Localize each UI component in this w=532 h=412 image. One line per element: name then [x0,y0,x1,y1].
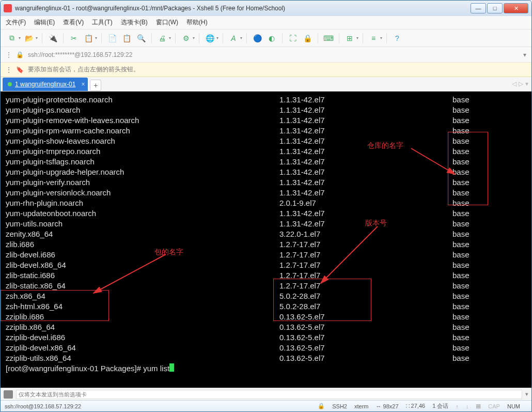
status-pos: 27,46 [411,403,426,409]
package-row: yum-updateonboot.noarch1.1.31-42.el7base [6,208,526,219]
send-input[interactable] [16,390,522,399]
package-name: zlib-static.i686 [6,270,279,281]
menu-tabs[interactable]: 选项卡(B) [121,18,148,27]
menu-tools[interactable]: 工具(T) [92,18,112,27]
keyboard-icon[interactable]: ⌨ [322,32,335,44]
package-version: 0.13.62-5.el7 [279,322,452,332]
address-url[interactable]: ssh://root:********@192.168.57.129:22 [28,51,519,58]
address-bar: ⋮ 🔒 ssh://root:********@192.168.57.129:2… [1,47,531,63]
minimize-button[interactable]: — [471,3,486,13]
package-name: zlib-devel.i686 [6,250,279,260]
cursor-icon: ⸬ [406,403,411,409]
package-version: 1.1.31-42.el7 [279,157,452,167]
menu-view[interactable]: 查看(V) [63,18,84,27]
package-name: zsh-html.x86_64 [6,301,279,312]
package-name: zziplib.x86_64 [6,322,279,332]
package-row: zlib-devel.i6861.2.7-17.el7base [6,250,526,260]
menu-help[interactable]: 帮助(H) [186,18,208,27]
package-name: yum-plugin-versionlock.noarch [6,188,279,198]
tab-close-icon[interactable]: × [81,81,85,88]
package-repo: base [452,126,526,136]
package-repo: base [452,343,526,353]
package-row: zziplib.x86_640.13.62-5.el7base [6,322,526,332]
print-icon[interactable]: 🖨 [156,32,168,44]
package-version: 1.1.31-42.el7 [279,208,452,219]
package-row: zsh.x86_645.0.2-28.el7base [6,291,526,301]
menu-window[interactable]: 窗口(W) [156,18,178,27]
package-repo: base [452,301,526,312]
prompt-text: [root@wangruifenglinux-01 Packages]# yum… [6,363,169,374]
package-row: yum-utils.noarch1.1.31-42.el7base [6,219,526,229]
package-repo: base [452,250,526,260]
session-tab[interactable]: 1 wangruifenglinux-01 × [3,78,88,91]
down-icon[interactable]: ↓ [466,403,469,409]
properties-icon[interactable]: 📋 [82,32,95,44]
new-tab-button[interactable]: + [90,80,101,91]
font-icon[interactable]: A [227,32,240,44]
list-icon[interactable]: ≡ [367,32,380,44]
package-row: yum-plugin-upgrade-helper.noarch1.1.31-4… [6,167,526,177]
add-icon[interactable]: ⊞ [343,32,356,44]
package-repo: base [452,198,526,208]
package-version: 1.1.31-42.el7 [279,219,452,229]
package-name: zziplib-utils.x86_64 [6,353,279,363]
lock-icon[interactable]: 🔒 [301,32,314,44]
tab-next-icon[interactable]: ▷ [519,80,523,87]
package-name: yum-plugin-verify.noarch [6,177,279,188]
search-icon[interactable]: 🔵 [251,32,263,44]
package-row: yum-plugin-remove-with-leaves.noarch1.1.… [6,115,526,126]
globe-icon[interactable]: 🌐 [204,32,216,44]
package-repo: base [452,270,526,281]
up-icon[interactable]: ↑ [456,403,459,409]
reconnect-icon[interactable]: 🔌 [46,32,59,44]
package-version: 1.1.31-42.el7 [279,146,452,157]
send-target-icon[interactable] [4,390,13,399]
package-row: zziplib-utils.x86_640.13.62-5.el7base [6,353,526,363]
settings-icon[interactable]: ⚙ [180,32,192,44]
fullscreen-icon[interactable]: ⛶ [287,32,299,44]
lock-icon: 🔒 [318,403,325,409]
package-repo: base [452,167,526,177]
package-repo: base [452,208,526,219]
prompt-line[interactable]: [root@wangruifenglinux-01 Packages]# yum… [6,363,526,374]
tab-prev-icon[interactable]: ◁ [512,80,517,87]
tab-menu-icon[interactable]: ▾ [525,80,528,87]
package-row: yum-plugin-tmprepo.noarch1.1.31-42.el7ba… [6,146,526,157]
address-dropdown-icon[interactable]: ▾ [523,51,526,58]
bookmark-icon[interactable]: 🔖 [16,66,24,73]
package-row: zlib.i6861.2.7-17.el7base [6,239,526,250]
help-icon[interactable]: ? [391,32,403,44]
package-version: 1.2.7-17.el7 [279,281,452,291]
send-dropdown-icon[interactable]: ▾ [525,391,528,398]
package-row: zenity.x86_643.22.0-1.el7base [6,229,526,239]
package-repo: base [452,105,526,115]
status-num: NUM [507,403,520,409]
find-icon[interactable]: 🔍 [135,32,147,44]
maximize-button[interactable]: □ [487,3,503,13]
package-version: 5.0.2-28.el7 [279,291,452,301]
package-repo: base [452,281,526,291]
new-session-icon[interactable]: ⧉ [6,32,18,44]
menu-file[interactable]: 文件(F) [6,18,26,27]
package-version: 1.2.7-17.el7 [279,260,452,270]
dots-icon[interactable]: ⋮ [6,66,12,73]
package-version: 1.1.31-42.el7 [279,136,452,146]
hint-text: 要添加当前会话，点击左侧的箭头按钮。 [28,65,139,74]
package-row: yum-plugin-ps.noarch1.1.31-42.el7base [6,105,526,115]
package-name: yum-plugin-tsflags.noarch [6,157,279,167]
dots-icon[interactable]: ⋮ [6,51,12,58]
package-name: yum-utils.noarch [6,219,279,229]
highlight-icon[interactable]: ◐ [265,32,278,44]
menu-edit[interactable]: 编辑(E) [34,18,55,27]
close-button[interactable]: ✕ [504,3,528,13]
package-version: 5.0.2-28.el7 [279,301,452,312]
hint-bar: ⋮ 🔖 要添加当前会话，点击左侧的箭头按钮。 [1,63,531,77]
terminal-output[interactable]: yum-plugin-protectbase.noarch1.1.31-42.e… [1,91,531,388]
open-folder-icon[interactable]: 📂 [23,32,35,44]
package-row: zlib-static.i6861.2.7-17.el7base [6,270,526,281]
copy-icon[interactable]: 📄 [106,32,118,44]
disconnect-icon[interactable]: ✂ [68,32,80,44]
paste-icon[interactable]: 📋 [120,32,133,44]
tile-icon[interactable]: ▦ [476,403,481,409]
package-row: yum-plugin-tsflags.noarch1.1.31-42.el7ba… [6,157,526,167]
